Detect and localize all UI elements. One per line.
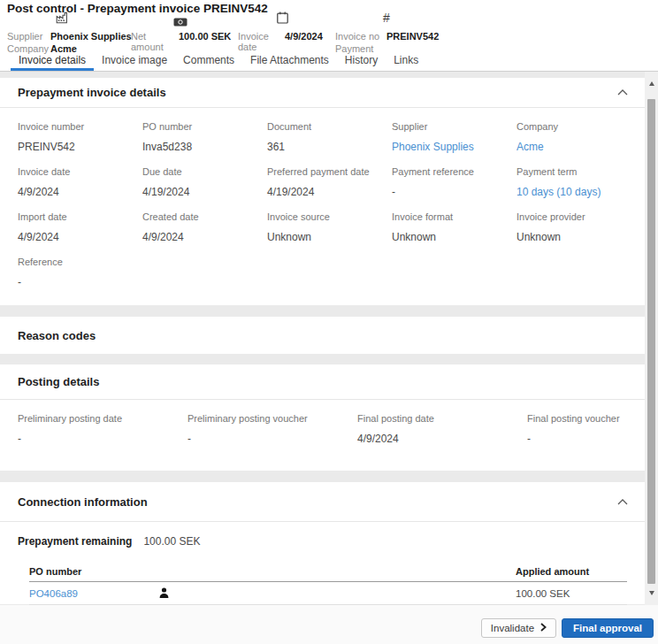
- factory-icon: [56, 12, 69, 27]
- final-approval-button[interactable]: Final approval: [562, 618, 654, 638]
- table-row: PO406a89 100.00 SEK: [29, 582, 627, 605]
- field-grid: Invoice number PREINV542 PO number Inva5…: [0, 108, 645, 288]
- applied-amount-value: 100.00 SEK: [516, 588, 627, 599]
- scrollbar-thumb[interactable]: [647, 99, 655, 584]
- field-document: Document 361: [267, 121, 392, 153]
- scroll-up-button[interactable]: [645, 77, 658, 90]
- tab-links[interactable]: Links: [386, 54, 426, 71]
- field-due-date: Due date 4/19/2024: [142, 166, 267, 198]
- payment-term-link[interactable]: 10 days (10 days): [516, 186, 636, 198]
- invalidate-button-label: Invalidate: [491, 623, 534, 633]
- page-title: Post control - Prepayment invoice PREINV…: [7, 2, 268, 15]
- person-icon: [159, 586, 516, 602]
- field-preferred-payment-date: Preferred payment date 4/19/2024: [267, 166, 392, 198]
- tab-invoice-details[interactable]: Invoice details: [11, 54, 94, 71]
- cash-icon: [173, 14, 187, 30]
- field-payment-term: Payment term 10 days (10 days): [516, 166, 636, 198]
- vertical-scrollbar: [645, 72, 658, 605]
- scroll-pane: Prepayment invoice details Invoice numbe…: [0, 72, 645, 605]
- field-grid: Preliminary posting date - Preliminary p…: [0, 400, 645, 445]
- summary-value: PREINV542: [386, 31, 439, 42]
- section-posting-details: Posting details Preliminary posting date…: [0, 364, 645, 471]
- tab-bar: Invoice details Invoice image Comments F…: [0, 54, 658, 72]
- calendar-icon: [277, 12, 288, 27]
- summary-label: Invoice no: [335, 31, 386, 42]
- supplier-link[interactable]: Phoenix Supplies: [392, 141, 516, 153]
- summary-value: Acme: [50, 43, 132, 54]
- field-payment-reference: Payment reference -: [392, 166, 516, 198]
- section-connection-information: Connection information Prepayment remain…: [0, 482, 645, 604]
- chevron-up-icon[interactable]: [615, 87, 631, 99]
- chevron-right-icon: [540, 623, 547, 633]
- app-window: Post control - Prepayment invoice PREINV…: [0, 0, 658, 644]
- field-preliminary-posting-date: Preliminary posting date -: [18, 413, 187, 445]
- section-title: Prepayment invoice details: [18, 86, 166, 99]
- summary-value: Phoenix Supplies: [50, 31, 132, 42]
- summary-value: 100.00 SEK: [179, 31, 231, 52]
- field-invoice-source: Invoice source Unknown: [267, 211, 392, 243]
- field-supplier: Supplier Phoenix Supplies: [392, 121, 516, 153]
- arrow-up-icon: [649, 81, 654, 86]
- field-preliminary-posting-voucher: Preliminary posting voucher -: [187, 413, 357, 445]
- field-company: Company Acme: [516, 121, 636, 153]
- summary-label: Company: [7, 43, 50, 54]
- prepayment-remaining: Prepayment remaining 100.00 SEK: [18, 535, 627, 548]
- field-reference: Reference -: [18, 257, 142, 288]
- section-prepayment-invoice-details: Prepayment invoice details Invoice numbe…: [0, 78, 645, 305]
- summary-label: Net amount: [131, 31, 179, 52]
- tab-history[interactable]: History: [337, 54, 386, 71]
- summary-supplier-company: Supplier Phoenix Supplies Company Acme: [7, 31, 132, 54]
- field-invoice-number: Invoice number PREINV542: [18, 121, 142, 153]
- column-applied-amount: Applied amount: [516, 566, 627, 577]
- field-import-date: Import date 4/9/2024: [18, 211, 142, 243]
- content-area: Prepayment invoice details Invoice numbe…: [0, 72, 658, 605]
- field-invoice-date: Invoice date 4/9/2024: [18, 166, 142, 198]
- field-final-posting-date: Final posting date 4/9/2024: [357, 413, 527, 445]
- section-header: Prepayment invoice details: [0, 78, 645, 108]
- section-title: Connection information: [18, 495, 148, 509]
- section-header: Posting details: [0, 364, 645, 400]
- summary-label: Invoice date: [238, 31, 285, 52]
- company-link[interactable]: Acme: [516, 141, 636, 153]
- hash-icon: #: [383, 11, 390, 25]
- section-header: Connection information: [0, 482, 645, 522]
- section-title: Posting details: [18, 375, 99, 388]
- final-approval-button-label: Final approval: [573, 623, 642, 633]
- chevron-up-icon[interactable]: [615, 495, 631, 508]
- tab-comments[interactable]: Comments: [175, 54, 242, 71]
- scroll-down-button[interactable]: [645, 586, 658, 600]
- action-footer: Invalidate Final approval: [0, 605, 658, 644]
- summary-label: Supplier: [7, 31, 50, 42]
- field-po-number: PO number Inva5d238: [142, 121, 267, 153]
- column-po-number: PO number: [29, 566, 159, 577]
- table-header-row: PO number Applied amount: [29, 561, 627, 582]
- tab-file-attachments[interactable]: File Attachments: [242, 54, 337, 71]
- arrow-down-icon: [649, 591, 654, 595]
- section-reason-codes: Reason codes: [0, 317, 645, 354]
- field-final-posting-voucher: Final posting voucher -: [527, 413, 636, 445]
- field-created-date: Created date 4/9/2024: [142, 211, 267, 243]
- po-connections-table: PO number Applied amount PO406a89 100.0: [29, 561, 627, 605]
- field-invoice-provider: Invoice provider Unknown: [516, 211, 636, 243]
- section-title: Reason codes: [18, 329, 96, 342]
- po-number-link[interactable]: PO406a89: [29, 588, 159, 599]
- invalidate-button[interactable]: Invalidate: [481, 618, 556, 638]
- tab-invoice-image[interactable]: Invoice image: [94, 54, 175, 71]
- field-invoice-format: Invoice format Unknown: [392, 211, 516, 243]
- invoice-header: Post control - Prepayment invoice PREINV…: [0, 0, 658, 72]
- summary-value: 4/9/2024: [285, 31, 328, 52]
